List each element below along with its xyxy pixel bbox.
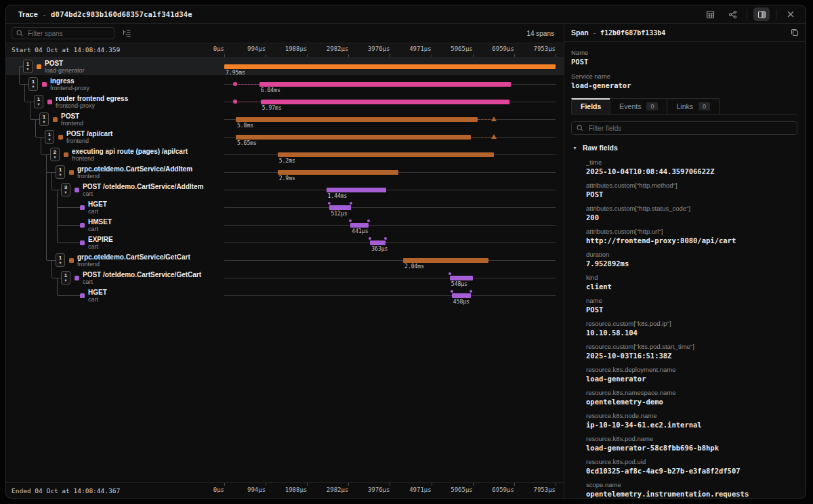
share-button[interactable] — [724, 7, 741, 21]
event-dot[interactable] — [451, 290, 453, 293]
tree-connector — [41, 137, 41, 154]
span-row[interactable]: 3▼POST /oteldemo.CartService/AddItemcart… — [6, 181, 564, 198]
field-value: 2025-10-03T16:51:38Z — [586, 352, 797, 360]
span-row[interactable]: 2▼executing api route (pages) /api/cartf… — [6, 146, 564, 163]
axis-tick-mark — [307, 483, 308, 486]
event-dot[interactable] — [350, 202, 352, 205]
field-value: client — [586, 282, 797, 291]
span-bar[interactable] — [327, 188, 387, 192]
span-row[interactable]: 1▼POST /oteldemo.CartService/GetCartcart… — [6, 269, 564, 287]
tab-events[interactable]: Events0 — [610, 98, 667, 114]
collapse-badge[interactable]: 1▼ — [34, 95, 43, 108]
axis-tick-label: 4971µs — [409, 45, 432, 52]
span-row[interactable]: 1▼ingressfrontend-proxy6.04ms — [6, 75, 564, 93]
collapse-badge[interactable]: 1▼ — [56, 165, 65, 179]
chevron-down-icon: ▼ — [47, 138, 51, 142]
axis-tick-label: 4971µs — [409, 486, 432, 493]
tree-view-toggle[interactable] — [123, 29, 131, 37]
collapse-badge[interactable]: 3▼ — [61, 183, 70, 196]
span-row[interactable]: 1▼grpc.oteldemo.CartService/GetCartfront… — [6, 251, 564, 269]
span-name: ingress — [50, 77, 75, 85]
span-row[interactable]: HMSETcart441µs — [6, 216, 564, 234]
span-bar[interactable] — [350, 223, 369, 228]
axis-tick-label: 994µs — [247, 486, 266, 493]
event-dot[interactable] — [349, 219, 352, 222]
event-dot[interactable] — [369, 237, 371, 240]
filter-spans-input[interactable] — [26, 29, 110, 38]
span-bar[interactable] — [224, 64, 556, 69]
service-color-swatch — [64, 152, 68, 157]
axis-tick-mark — [432, 483, 432, 486]
collapse-badge[interactable]: 1▼ — [23, 60, 33, 73]
span-bar[interactable] — [403, 258, 488, 263]
copy-span-id-button[interactable] — [791, 28, 799, 37]
raw-fields-label: Raw fields — [583, 144, 618, 152]
service-color-swatch — [75, 188, 79, 192]
service-color-swatch — [47, 100, 52, 104]
axis-tick-mark — [473, 483, 474, 486]
table-view-button[interactable] — [702, 7, 718, 21]
side-panel-toggle-button[interactable] — [753, 7, 770, 21]
span-row[interactable]: 1▼POSTload-generator7.95ms — [6, 58, 564, 75]
span-row[interactable]: 1▼grpc.oteldemo.CartService/AddItemfront… — [6, 163, 564, 181]
span-duration-label: 6.04ms — [261, 87, 280, 93]
event-dot[interactable] — [384, 237, 387, 240]
field-item: resource.custom["k8s.pod.start_time"]202… — [586, 343, 797, 360]
span-bar[interactable] — [452, 293, 471, 298]
span-bar[interactable] — [370, 240, 385, 245]
tab-label: Fields — [581, 102, 601, 110]
span-bar[interactable] — [329, 205, 350, 210]
collapse-badge[interactable]: 1▼ — [39, 112, 49, 126]
span-duration-label: 5.65ms — [237, 140, 257, 146]
axis-tick-label: 1988µs — [285, 45, 308, 52]
axis-tick-label: 2982µs — [327, 45, 349, 52]
event-dot[interactable] — [470, 290, 472, 293]
tab-fields[interactable]: Fields — [571, 98, 610, 114]
timeline-guide-line — [224, 225, 556, 226]
collapse-badge[interactable]: 1▼ — [45, 130, 54, 144]
tree-connector — [46, 154, 47, 260]
event-dot[interactable] — [233, 100, 237, 104]
event-dot[interactable] — [328, 202, 331, 205]
span-count: 14 spans — [526, 30, 558, 37]
collapse-badge[interactable]: 1▼ — [28, 77, 38, 91]
child-count: 1 — [48, 132, 51, 138]
span-bar[interactable] — [278, 152, 495, 157]
span-bar[interactable] — [261, 100, 509, 104]
span-bar[interactable] — [259, 82, 511, 87]
field-value: opentelemetry.instrumentation.requests — [586, 490, 797, 498]
span-row[interactable]: HGETcart458µs — [6, 287, 564, 304]
span-detail-panel: Span - f12b0f687bf133b4 Name POST — [564, 24, 806, 498]
event-triangle-marker[interactable] — [491, 134, 497, 139]
filter-fields-input[interactable] — [587, 124, 792, 133]
span-service-name: frontend — [72, 155, 94, 162]
event-dot[interactable] — [233, 82, 237, 86]
field-item: resource.k8s.namespace.nameopentelemetry… — [586, 389, 797, 406]
span-bar[interactable] — [236, 117, 478, 122]
collapse-badge[interactable]: 2▼ — [50, 148, 60, 161]
span-bar[interactable] — [278, 170, 398, 175]
span-bar[interactable] — [236, 135, 471, 140]
span-row[interactable]: 1▼POST /api/cartfrontend5.65ms — [6, 128, 564, 146]
field-key: name — [586, 297, 797, 305]
event-dot[interactable] — [367, 219, 370, 222]
event-connector-line — [471, 137, 493, 138]
raw-fields-section-header[interactable]: ▼ Raw fields — [571, 144, 797, 152]
span-row[interactable]: 1▼POSTfrontend5.8ms — [6, 110, 564, 128]
span-name-field: Name POST — [571, 49, 797, 66]
axis-tick-label: 3976µs — [368, 486, 390, 493]
collapse-badge[interactable]: 1▼ — [61, 271, 70, 285]
collapse-badge[interactable]: 1▼ — [56, 253, 65, 267]
tab-links[interactable]: Links0 — [667, 98, 720, 114]
span-bar[interactable] — [450, 276, 473, 280]
span-duration-label: 5.8ms — [237, 123, 253, 129]
close-button[interactable] — [783, 7, 799, 21]
event-dot[interactable] — [449, 272, 451, 275]
service-color-swatch — [53, 117, 58, 122]
span-row[interactable]: EXPIREcart363µs — [6, 234, 564, 251]
tab-label: Events — [619, 102, 641, 110]
span-duration-label: 363µs — [371, 246, 388, 252]
event-triangle-marker[interactable] — [491, 117, 497, 121]
span-row[interactable]: HGETcart512µs — [6, 198, 564, 216]
span-row[interactable]: 1▼router frontend egressfrontend-proxy5.… — [6, 93, 564, 110]
